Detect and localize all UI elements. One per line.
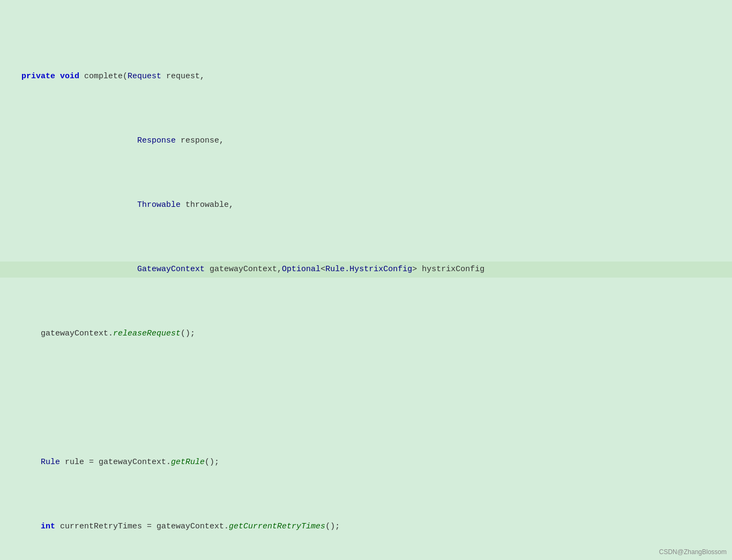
line-1: private void complete(Request request, (0, 69, 732, 85)
line-6: Rule rule = gatewayContext.getRule(); (0, 454, 732, 471)
line-5: gatewayContext.releaseRequest(); (0, 326, 732, 342)
code-editor: private void complete(Request request, R… (0, 0, 732, 560)
line-4: GatewayContext gatewayContext,Optional<R… (0, 262, 732, 278)
code-content: private void complete(Request request, R… (0, 0, 732, 560)
line-7: int currentRetryTimes = gatewayContext.g… (0, 519, 732, 535)
watermark: CSDN@ZhangBlossom (659, 548, 727, 556)
line-3: Throwable throwable, (0, 197, 732, 213)
line-blank-1 (0, 390, 732, 406)
line-2: Response response, (0, 133, 732, 149)
